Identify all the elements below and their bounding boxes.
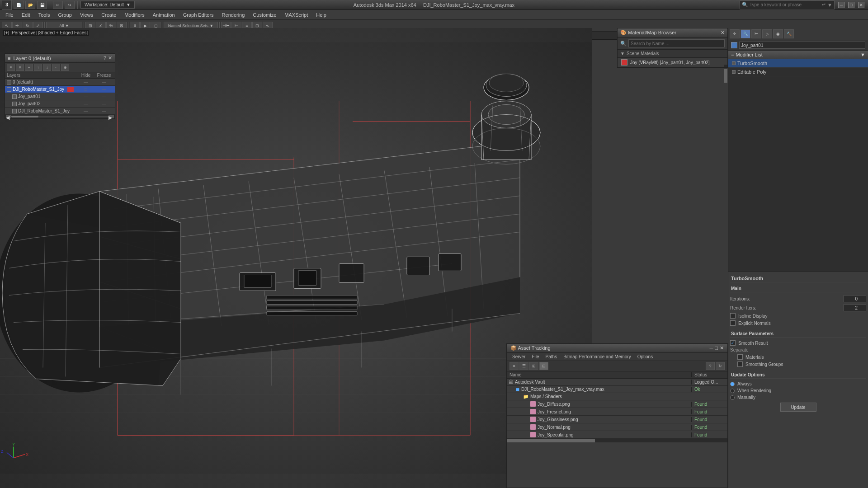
obj-color-box[interactable] xyxy=(731,42,737,48)
at-row-glossiness[interactable]: Joy_Glossiness.png Found xyxy=(507,416,727,423)
scroll-right-btn[interactable]: ▶ xyxy=(108,115,114,118)
at-row-normal[interactable]: Joy_Normal.png Found xyxy=(507,423,727,431)
layer-help-btn[interactable]: ? xyxy=(104,55,106,61)
rp-hierarchy-tab[interactable]: ⊢ xyxy=(751,29,761,38)
menu-graph-editors[interactable]: Graph Editors xyxy=(179,11,217,19)
menu-group[interactable]: Group xyxy=(54,11,75,19)
at-scroll-thumb-h[interactable] xyxy=(507,439,595,442)
close-btn[interactable]: ✕ xyxy=(858,2,864,8)
rp-modify-tab[interactable]: 🔧 xyxy=(741,29,750,38)
save-file-btn[interactable]: 💾 xyxy=(37,1,47,9)
manually-row: Manually xyxy=(730,394,866,401)
redo-btn[interactable]: ↪ xyxy=(65,1,75,9)
layer-row-default[interactable]: 0 (default) — — xyxy=(5,79,115,86)
layer-tb-btn-0[interactable]: ≡ xyxy=(7,64,15,71)
at-row-maps-folder[interactable]: 📁 Maps / Shaders xyxy=(507,393,727,400)
rp-motion-tab[interactable]: ▷ xyxy=(762,29,772,38)
smooth-result-checkbox[interactable] xyxy=(730,340,736,346)
menu-maxscript[interactable]: MAXScript xyxy=(281,11,311,19)
mat-scroll-thumb[interactable] xyxy=(724,69,727,83)
layer-scrollbar[interactable]: ◀ ▶ xyxy=(5,115,115,118)
menu-customize[interactable]: Customize xyxy=(249,11,280,19)
at-row-fresnel[interactable]: Joy_Fresnel.png Found xyxy=(507,408,727,416)
at-tb-help-btn[interactable]: ? xyxy=(706,362,715,370)
mat-browser-close-btn[interactable]: ✕ xyxy=(721,30,725,36)
at-menu-server[interactable]: Server xyxy=(509,354,528,360)
render-iters-input[interactable] xyxy=(844,304,866,311)
modifier-edpoly[interactable]: Editable Poly xyxy=(728,68,868,76)
iterations-input[interactable] xyxy=(844,295,866,302)
at-row-max-file[interactable]: ◼ DJI_RoboMaster_S1_Joy_max_vray.max Ok xyxy=(507,386,727,393)
menu-modifiers[interactable]: Modifiers xyxy=(121,11,148,19)
new-file-btn[interactable]: 📄 xyxy=(14,1,24,9)
at-row-vault[interactable]: 🏛 Autodesk Vault Logged O... xyxy=(507,379,727,386)
layer-row-dji2[interactable]: DJI_RoboMaster_S1_Joy — — xyxy=(5,108,115,115)
search-options-icon[interactable]: ▼ xyxy=(827,2,832,8)
at-scrollbar-h[interactable] xyxy=(507,439,727,442)
at-menu-paths[interactable]: Paths xyxy=(543,354,560,360)
layer-close-btn[interactable]: ✕ xyxy=(108,55,112,61)
menu-animation[interactable]: Animation xyxy=(149,11,179,19)
menu-tools[interactable]: Tools xyxy=(35,11,54,19)
menu-file[interactable]: File xyxy=(2,11,17,19)
at-tb-large-btn[interactable]: ⊟ xyxy=(539,362,548,370)
at-tb-list-btn[interactable]: ≡ xyxy=(509,362,519,370)
search-submit-icon[interactable]: ↵ xyxy=(822,2,826,8)
at-glossiness-icon xyxy=(530,417,536,422)
minimize-btn[interactable]: ─ xyxy=(838,2,844,8)
smoothing-groups-checkbox[interactable] xyxy=(737,361,743,367)
mat-scene-section[interactable]: ▼ Scene Materials xyxy=(618,50,727,58)
at-maximize-btn[interactable]: □ xyxy=(715,345,718,351)
menu-rendering[interactable]: Rendering xyxy=(218,11,249,19)
at-row-diffuse[interactable]: Joy_Diffuse.png Found xyxy=(507,400,727,408)
layer-tb-btn-5[interactable]: ≈ xyxy=(52,64,60,71)
always-radio[interactable] xyxy=(730,382,735,386)
menu-create[interactable]: Create xyxy=(98,11,120,19)
layer-tb-btn-1[interactable]: ✕ xyxy=(16,64,24,71)
open-file-btn[interactable]: 📂 xyxy=(25,1,35,9)
modifier-turbosm[interactable]: TurboSmooth xyxy=(728,59,868,68)
layer-row-part02[interactable]: Joy_part02 — — xyxy=(5,100,115,108)
layer-tb-btn-6[interactable]: ⊕ xyxy=(61,64,69,71)
maximize-btn[interactable]: □ xyxy=(848,2,854,8)
rp-utility-tab[interactable]: 🔨 xyxy=(784,29,794,38)
menu-edit[interactable]: Edit xyxy=(18,11,34,19)
scroll-left-btn[interactable]: ◀ xyxy=(6,115,11,118)
update-btn[interactable]: Update xyxy=(780,403,816,412)
mat-scrollbar-v[interactable] xyxy=(724,65,727,67)
layer-tb-btn-3[interactable]: ↑ xyxy=(34,64,42,71)
at-tb-refresh-btn[interactable]: ↻ xyxy=(716,362,725,370)
at-menu-options[interactable]: Options xyxy=(635,354,656,360)
layer-tb-btn-2[interactable]: + xyxy=(25,64,33,71)
mat-item-joy[interactable]: Joy (VRayMtl) [Joy_part01, Joy_part02] xyxy=(618,58,727,67)
when-rendering-radio[interactable] xyxy=(730,389,735,393)
at-menu-bitmap[interactable]: Bitmap Performance and Memory xyxy=(561,354,634,360)
menu-views[interactable]: Views xyxy=(76,11,97,19)
layer-row-part01[interactable]: Joy_part01 — — xyxy=(5,93,115,100)
at-close-btn[interactable]: ✕ xyxy=(720,345,724,351)
isoline-checkbox[interactable] xyxy=(730,313,736,319)
svg-rect-57 xyxy=(267,306,357,310)
keyword-search-input[interactable] xyxy=(750,2,821,7)
manually-radio[interactable] xyxy=(730,395,735,400)
at-minimize-btn[interactable]: ─ xyxy=(710,345,713,351)
obj-name-input[interactable] xyxy=(739,42,865,49)
rp-display-tab[interactable]: ◉ xyxy=(773,29,783,38)
rp-create-tab[interactable]: ✛ xyxy=(730,29,740,38)
modifier-list-header[interactable]: ≡ Modifier List ▼ xyxy=(728,51,868,59)
at-tb-thumb-btn[interactable]: ⊞ xyxy=(529,362,538,370)
layer-row-dji[interactable]: DJI_RoboMaster_S1_Joy □ — xyxy=(5,86,115,93)
at-menu-file[interactable]: File xyxy=(529,354,542,360)
workspace-dropdown[interactable]: Workspace: Default ▼ xyxy=(80,1,135,9)
modifier-dropdown-btn[interactable]: ▼ xyxy=(860,52,865,57)
materials-checkbox[interactable] xyxy=(737,354,743,360)
mat-search-input[interactable] xyxy=(628,39,725,47)
keyword-search-bar[interactable]: 🔍 ↵ ▼ xyxy=(740,0,835,9)
layer-scroll-thumb[interactable] xyxy=(11,116,38,117)
menu-help[interactable]: Help xyxy=(312,11,330,19)
layer-tb-btn-4[interactable]: ↓ xyxy=(43,64,51,71)
at-tb-detail-btn[interactable]: ☰ xyxy=(519,362,528,370)
undo-btn[interactable]: ↩ xyxy=(53,1,63,9)
at-row-specular[interactable]: Joy_Specular.png Found xyxy=(507,431,727,439)
explicit-normals-checkbox[interactable] xyxy=(730,320,736,326)
